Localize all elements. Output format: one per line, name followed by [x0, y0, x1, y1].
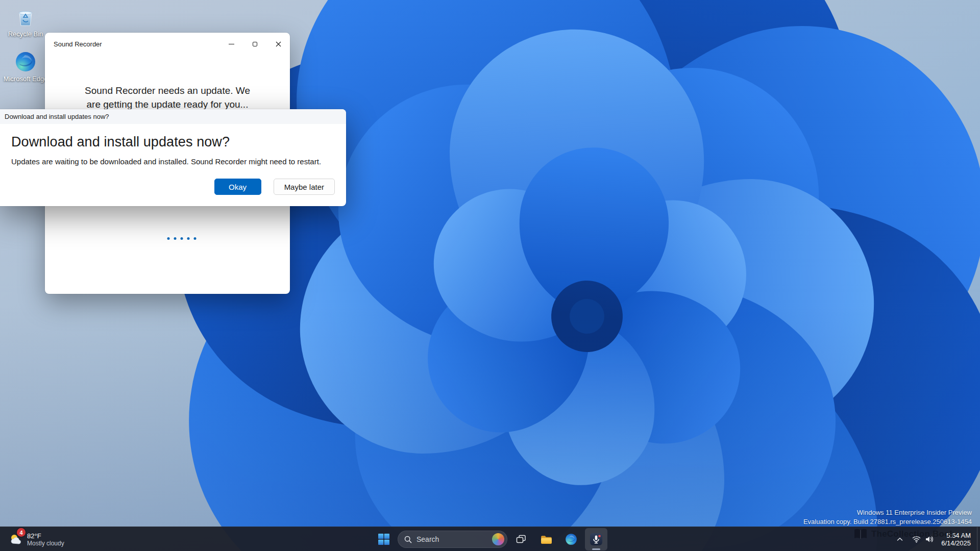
update-message: Sound Recorder needs an update. We are g…: [81, 84, 254, 111]
desktop-icon-label: Microsoft Edge: [4, 75, 48, 83]
search-icon: [404, 536, 412, 543]
dialog-titlebar-text: Download and install updates now?: [5, 113, 109, 120]
minimize-button[interactable]: [219, 33, 243, 55]
clock-time: 5:54 AM: [941, 532, 971, 539]
search-box[interactable]: Search: [398, 531, 507, 548]
dialog-text: Updates are waiting to be downloaded and…: [11, 157, 335, 166]
desktop-icon-microsoft-edge[interactable]: Microsoft Edge: [3, 51, 48, 83]
task-view-button[interactable]: [510, 528, 532, 550]
dialog-heading: Download and install updates now?: [11, 134, 335, 150]
weather-text: 82°F Mostly cloudy: [27, 532, 64, 547]
edge-button[interactable]: [560, 528, 582, 550]
windows-logo-icon: [378, 533, 390, 545]
dialog-buttons: Okay Maybe later: [214, 179, 335, 195]
start-button[interactable]: [373, 528, 395, 550]
desktop-icon-list: Recycle Bin Microsoft Edge: [3, 5, 48, 83]
wifi-icon: [912, 536, 921, 543]
minimize-icon: [229, 44, 234, 44]
watermark-line2: Evaluation copy. Build 27881.rs_prerelea…: [803, 517, 972, 527]
taskbar: 4 82°F Mostly cloudy: [0, 527, 980, 551]
active-app-indicator: [592, 548, 600, 550]
desktop-icon-label: Recycle Bin: [8, 30, 43, 38]
dialog-body: Download and install updates now? Update…: [0, 124, 346, 166]
window-title: Sound Recorder: [54, 40, 102, 48]
close-button[interactable]: [266, 33, 290, 55]
progress-dots-loader: [167, 237, 197, 240]
close-icon: [276, 41, 281, 47]
sound-recorder-taskbar-button[interactable]: [585, 528, 607, 550]
show-desktop-button[interactable]: [977, 527, 980, 551]
sound-recorder-icon: [590, 533, 603, 546]
desktop-icon-recycle-bin[interactable]: Recycle Bin: [3, 5, 48, 38]
taskbar-center: Search: [373, 527, 607, 551]
weather-condition: Mostly cloudy: [27, 540, 64, 547]
edge-icon: [565, 533, 577, 545]
search-highlights-icon: [492, 533, 504, 545]
file-explorer-button[interactable]: [535, 528, 557, 550]
notification-badge: 4: [17, 528, 26, 537]
task-view-icon: [516, 534, 527, 545]
maybe-later-button[interactable]: Maybe later: [274, 179, 335, 195]
clock-date: 6/14/2025: [941, 539, 971, 547]
taskbar-right: 5:54 AM 6/14/2025: [892, 527, 980, 551]
desktop: Recycle Bin Microsoft Edge Windows 11 En…: [0, 0, 980, 551]
clock[interactable]: 5:54 AM 6/14/2025: [938, 532, 977, 547]
window-titlebar[interactable]: Sound Recorder: [45, 33, 290, 55]
update-dialog: Download and install updates now? Downlo…: [0, 109, 346, 206]
okay-button[interactable]: Okay: [214, 179, 261, 195]
recycle-bin-icon: [14, 5, 37, 28]
maximize-button[interactable]: [243, 33, 266, 55]
chevron-up-icon: [897, 537, 903, 541]
file-explorer-icon: [540, 533, 553, 546]
edge-icon: [15, 51, 36, 72]
maximize-icon: [253, 42, 257, 46]
watermark-line1: Windows 11 Enterprise Insider Preview: [803, 508, 972, 517]
caption-buttons: [219, 33, 290, 55]
insider-watermark: Windows 11 Enterprise Insider Preview Ev…: [803, 508, 972, 527]
system-tray-cluster[interactable]: [908, 529, 938, 549]
weather-temperature: 82°F: [27, 532, 64, 540]
tray-overflow-button[interactable]: [892, 528, 908, 550]
volume-icon: [925, 536, 934, 543]
search-placeholder: Search: [416, 535, 487, 543]
widgets-weather-button[interactable]: 4 82°F Mostly cloudy: [3, 527, 70, 551]
dialog-titlebar[interactable]: Download and install updates now?: [0, 109, 346, 124]
